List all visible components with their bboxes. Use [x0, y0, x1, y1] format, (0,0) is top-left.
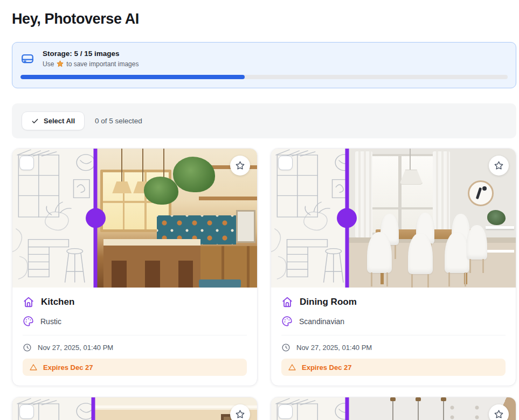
- pendant-cord-shape: [392, 397, 393, 420]
- favorite-star-button[interactable]: [489, 156, 509, 176]
- kitchen-island-shape: [103, 239, 200, 288]
- image-card-dining-room: Dining Room Scandinavian Nov 27, 2025, 0…: [271, 148, 516, 386]
- expiry-banner: Expires Dec 27: [281, 359, 506, 376]
- favorite-star-button[interactable]: [489, 404, 509, 420]
- warning-icon: [288, 363, 296, 372]
- palette-icon: [23, 316, 34, 327]
- home-icon: [23, 296, 34, 308]
- star-icon: [235, 409, 245, 419]
- expiry-label: Expires Dec 27: [302, 363, 352, 372]
- chair-shape: [367, 232, 392, 273]
- wall-shelf-shape: [486, 226, 514, 229]
- selection-status: 0 of 5 selected: [95, 117, 142, 125]
- date-label: Nov 27, 2025, 01:40 PM: [38, 344, 113, 352]
- favorite-star-button[interactable]: [230, 404, 250, 420]
- star-icon: [56, 60, 64, 68]
- before-after-slider[interactable]: [271, 397, 516, 420]
- clock-icon: [23, 343, 32, 352]
- clock-icon: [281, 343, 290, 352]
- select-all-button[interactable]: Select All: [22, 111, 85, 130]
- check-icon: [31, 117, 39, 125]
- photoverse-page: Hey, Photoverse AI Storage: 5 / 15 image…: [0, 0, 519, 420]
- storage-progress-fill: [20, 75, 245, 79]
- card-checkbox[interactable]: [19, 404, 34, 419]
- chair-shape: [408, 233, 433, 274]
- storage-drive-icon: [20, 52, 34, 66]
- style-label: Rustic: [40, 317, 61, 326]
- date-label: Nov 27, 2025, 01:40 PM: [296, 344, 372, 352]
- storage-hint: Use to save important images: [43, 60, 139, 68]
- favorite-star-button[interactable]: [230, 156, 250, 176]
- star-icon: [494, 160, 504, 171]
- page-title: Hey, Photoverse AI: [12, 11, 516, 27]
- slider-handle[interactable]: [86, 208, 106, 228]
- shelf-plant-shape: [487, 210, 506, 225]
- before-after-slider[interactable]: [271, 149, 516, 288]
- expiry-label: Expires Dec 27: [43, 363, 93, 372]
- hanging-plant-shape: [173, 157, 215, 192]
- wall-clock-shape: [468, 180, 494, 206]
- warning-icon: [29, 363, 38, 372]
- ceiling-lights-shape: [440, 403, 490, 419]
- storage-hint-prefix: Use: [43, 60, 54, 68]
- select-all-label: Select All: [44, 117, 75, 125]
- kitchen-rug-shape: [199, 279, 241, 288]
- style-label: Scandinavian: [299, 317, 344, 326]
- image-card-kitchen: Kitchen Rustic Nov 27, 2025, 01:40 PM: [12, 148, 258, 386]
- selection-toolbar: Select All 0 of 5 selected: [12, 103, 516, 138]
- before-after-slider[interactable]: [12, 149, 257, 288]
- storage-title: Storage: 5 / 15 images: [43, 50, 139, 58]
- before-after-slider[interactable]: [12, 397, 257, 420]
- image-card-partial: [271, 397, 516, 420]
- image-card-partial: [12, 397, 258, 420]
- curtain-shape: [355, 151, 372, 237]
- room-title: Kitchen: [41, 297, 74, 307]
- card-checkbox[interactable]: [19, 156, 34, 170]
- room-title: Dining Room: [300, 297, 357, 307]
- palette-icon: [281, 316, 293, 327]
- expiry-banner: Expires Dec 27: [23, 359, 247, 376]
- hanging-plant-shape: [144, 177, 178, 205]
- star-icon: [494, 409, 504, 419]
- curtain-shape: [433, 151, 449, 237]
- slider-divider[interactable]: [91, 397, 95, 420]
- storage-text: Storage: 5 / 15 images Use to save impor…: [43, 50, 139, 68]
- slider-divider[interactable]: [345, 397, 349, 420]
- pendant-lamp-shape: [142, 149, 143, 182]
- image-card-grid: Kitchen Rustic Nov 27, 2025, 01:40 PM: [12, 148, 516, 420]
- card-checkbox[interactable]: [278, 404, 293, 419]
- slider-handle[interactable]: [337, 208, 357, 228]
- slider-divider[interactable]: [94, 149, 98, 288]
- pendant-cord-shape: [418, 397, 419, 420]
- pendant-cord-shape: [443, 397, 444, 420]
- home-icon: [281, 296, 293, 308]
- star-icon: [235, 160, 245, 171]
- card-details: Kitchen Rustic Nov 27, 2025, 01:40 PM: [12, 288, 257, 386]
- kitchen-oven-shape: [236, 210, 255, 243]
- storage-hint-suffix: to save important images: [66, 60, 139, 68]
- pendant-lamp-shape: [410, 149, 411, 171]
- card-checkbox[interactable]: [278, 156, 293, 170]
- chair-shape: [467, 225, 487, 260]
- pendant-lamp-shape: [121, 149, 122, 182]
- slider-divider[interactable]: [345, 149, 349, 288]
- storage-progress-track: [20, 75, 508, 79]
- card-details: Dining Room Scandinavian Nov 27, 2025, 0…: [271, 288, 516, 386]
- storage-banner: Storage: 5 / 15 images Use to save impor…: [12, 42, 516, 88]
